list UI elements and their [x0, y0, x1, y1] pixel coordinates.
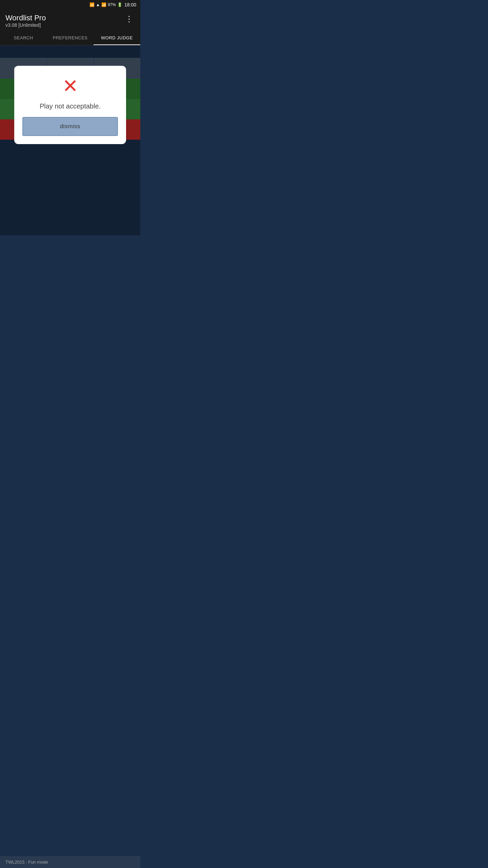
dismiss-button[interactable]: dismiss — [22, 117, 118, 136]
status-icons: 📶 ▲ 📶 97% 🔋 — [89, 2, 122, 7]
main-content: CLEAR JUDGE ADD TESTING ✕ Play not accep… — [0, 45, 140, 235]
dialog-message: Play not acceptable. — [40, 102, 101, 110]
dialog: ✕ Play not acceptable. dismiss — [14, 66, 126, 144]
tab-bar: SEARCH PREFERENCES WORD JUDGE — [0, 31, 140, 45]
tab-word-judge[interactable]: WORD JUDGE — [94, 31, 140, 45]
tab-preferences[interactable]: PREFERENCES — [47, 31, 94, 45]
app-title: Wordlist Pro — [5, 14, 46, 22]
dialog-error-icon: ✕ — [62, 77, 78, 96]
wifi-icon: 📶 — [101, 2, 106, 7]
app-header: Wordlist Pro v3.08 [Unlimited] ⋮ — [0, 9, 140, 31]
menu-dots-button[interactable]: ⋮ — [124, 14, 135, 24]
battery-icon: 🔋 — [117, 2, 122, 7]
app-version: v3.08 [Unlimited] — [5, 22, 46, 28]
status-time: 18:00 — [124, 2, 136, 7]
bluetooth-icon: 📶 — [89, 2, 95, 7]
app-title-group: Wordlist Pro v3.08 [Unlimited] — [5, 14, 46, 28]
battery-text: 97% — [108, 2, 116, 7]
signal-icon: ▲ — [96, 2, 100, 7]
dialog-overlay: ✕ Play not acceptable. dismiss — [0, 45, 140, 235]
status-bar: 📶 ▲ 📶 97% 🔋 18:00 — [0, 0, 140, 9]
tab-search[interactable]: SEARCH — [0, 31, 47, 45]
